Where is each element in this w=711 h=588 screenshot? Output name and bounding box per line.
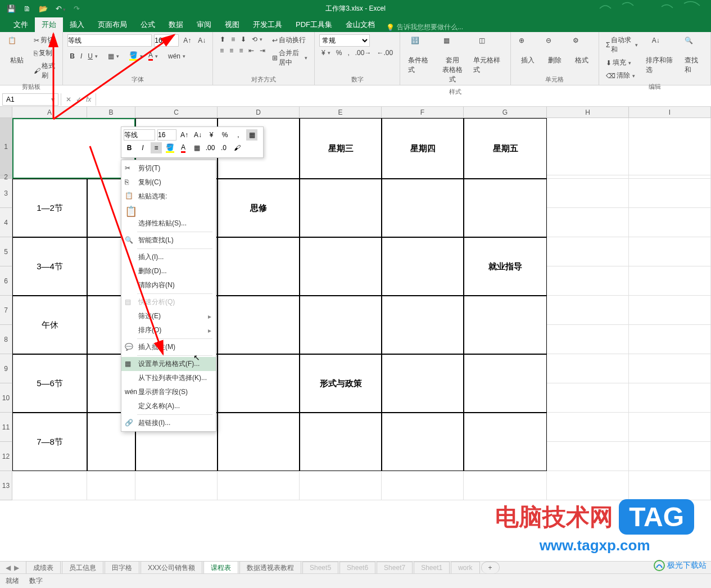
cell[interactable]	[547, 208, 629, 237]
cell[interactable]	[464, 413, 547, 471]
cell[interactable]	[629, 237, 711, 266]
col-header-H[interactable]: H	[547, 107, 629, 117]
italic-button[interactable]: I	[78, 51, 84, 61]
spreadsheet-grid[interactable]: ABCDEFGHI 12345678910111213 星期三星期四星期五1—2…	[0, 107, 711, 551]
cell[interactable]	[464, 296, 547, 354]
name-box[interactable]: A1▾	[2, 93, 58, 106]
indent-increase-button[interactable]: ⇥	[257, 46, 268, 56]
sheet-tab[interactable]: 田字格	[105, 561, 139, 575]
ctx-cut[interactable]: ✂剪切(T)	[121, 161, 216, 175]
cell[interactable]	[629, 354, 711, 383]
mini-fill-color[interactable]: 🪣	[164, 142, 175, 153]
col-header-D[interactable]: D	[218, 107, 300, 117]
ctx-copy[interactable]: ⎘复制(C)	[121, 175, 216, 189]
tab-data[interactable]: 数据	[162, 17, 190, 32]
cell[interactable]	[547, 118, 629, 175]
cell[interactable]	[547, 413, 629, 442]
font-color-button[interactable]: A	[146, 50, 160, 62]
col-header-E[interactable]: E	[300, 107, 382, 117]
row-header-11[interactable]: 11	[0, 413, 12, 442]
cell[interactable]	[629, 266, 711, 296]
insert-cells-button[interactable]: ⊕插入	[515, 34, 540, 67]
mini-size-combo[interactable]	[157, 129, 176, 141]
mini-font-color[interactable]: A	[178, 142, 189, 153]
mini-comma[interactable]: ,	[233, 129, 244, 141]
sheet-tab[interactable]: 数据透视表教程	[239, 561, 301, 575]
ctx-format-cells[interactable]: ▦设置单元格格式(F)...	[121, 357, 216, 371]
cell[interactable]	[464, 471, 547, 500]
sheet-nav[interactable]: ◀▶	[6, 564, 25, 572]
row-header-10[interactable]: 10	[0, 383, 12, 413]
tab-developer[interactable]: 开发工具	[246, 17, 289, 32]
row-header-1[interactable]: 1	[0, 118, 12, 175]
cell[interactable]: 1—2节	[12, 179, 87, 237]
sheet-tab-active[interactable]: 课程表	[203, 561, 238, 575]
row-header-4[interactable]: 4	[0, 208, 12, 237]
align-bottom-button[interactable]: ⬇	[238, 34, 248, 44]
sheet-tab[interactable]: Sheet6	[339, 562, 375, 573]
nav-prev-icon[interactable]: ◀	[6, 564, 11, 572]
cell[interactable]: 星期五	[464, 118, 547, 179]
indent-decrease-button[interactable]: ⇤	[246, 46, 256, 56]
tab-home[interactable]: 开始	[35, 17, 63, 32]
cell[interactable]	[218, 237, 300, 296]
paste-button[interactable]: 📋粘贴	[4, 34, 29, 67]
delete-cells-button[interactable]: ⊖删除	[542, 34, 567, 67]
cell[interactable]	[629, 296, 711, 325]
redo-icon[interactable]: ↷	[74, 4, 80, 13]
cell[interactable]	[12, 471, 87, 500]
row-header-5[interactable]: 5	[0, 237, 12, 266]
cell[interactable]	[218, 413, 300, 471]
conditional-format-button[interactable]: 🔢条件格式	[405, 34, 435, 77]
mini-border[interactable]: ▦	[191, 142, 202, 153]
cell[interactable]	[629, 471, 711, 500]
mini-align[interactable]: ≡	[151, 142, 162, 153]
row-header-13[interactable]: 13	[0, 471, 12, 500]
cell[interactable]	[629, 179, 711, 208]
cell-styles-button[interactable]: ◫单元格样式	[470, 34, 506, 77]
ctx-paste-special[interactable]: 选择性粘贴(S)...	[121, 216, 216, 230]
fx-icon[interactable]: fx	[86, 96, 91, 103]
sheet-tab[interactable]: work	[451, 562, 479, 573]
cell[interactable]: 午休	[12, 296, 87, 354]
new-sheet-button[interactable]: +	[481, 562, 500, 573]
cell[interactable]: 形式与政策	[300, 354, 382, 413]
tab-insert[interactable]: 插入	[63, 17, 91, 32]
autosum-button[interactable]: Σ自动求和	[604, 34, 640, 56]
orientation-button[interactable]: ⟲	[250, 34, 265, 44]
cell[interactable]	[464, 179, 547, 237]
ctx-sort[interactable]: 排序(O)▸	[121, 323, 216, 337]
sheet-tab[interactable]: 员工信息	[62, 561, 103, 575]
ctx-clear[interactable]: 清除内容(N)	[121, 278, 216, 292]
sheet-tab[interactable]: Sheet5	[302, 562, 338, 573]
tab-layout[interactable]: 页面布局	[91, 17, 134, 32]
align-top-button[interactable]: ⬆	[218, 34, 228, 44]
select-all-corner[interactable]	[0, 107, 12, 117]
increase-font-button[interactable]: A↑	[181, 34, 193, 47]
wrap-text-button[interactable]: ↩自动换行	[270, 34, 310, 46]
cell[interactable]	[382, 237, 464, 296]
row-header-7[interactable]: 7	[0, 296, 12, 325]
ctx-quick-analysis[interactable]: ▤快速分析(Q)	[121, 295, 216, 309]
mini-font-combo[interactable]	[124, 129, 155, 141]
align-left-button[interactable]: ≡	[218, 46, 226, 56]
tab-formulas[interactable]: 公式	[134, 17, 162, 32]
cell[interactable]	[464, 354, 547, 413]
cell[interactable]	[382, 179, 464, 237]
cell[interactable]	[547, 266, 629, 296]
cell[interactable]	[218, 296, 300, 354]
cancel-formula-icon[interactable]: ✕	[66, 96, 71, 103]
save-icon[interactable]: 💾	[7, 4, 16, 13]
cell[interactable]	[218, 354, 300, 413]
tell-me-box[interactable]: 💡告诉我您想要做什么...	[386, 22, 463, 32]
bold-button[interactable]: B	[67, 51, 77, 61]
col-header-G[interactable]: G	[464, 107, 547, 117]
mini-percent[interactable]: %	[219, 129, 230, 141]
open-icon[interactable]: 📂	[39, 4, 48, 13]
ctx-filter[interactable]: 筛选(E)▸	[121, 309, 216, 323]
table-format-button[interactable]: ▦套用 表格格式	[437, 34, 468, 87]
mini-bold[interactable]: B	[124, 142, 135, 153]
cell[interactable]	[300, 237, 382, 296]
cut-button[interactable]: ✂剪切	[31, 34, 58, 46]
border-button[interactable]: ▦	[106, 51, 121, 61]
